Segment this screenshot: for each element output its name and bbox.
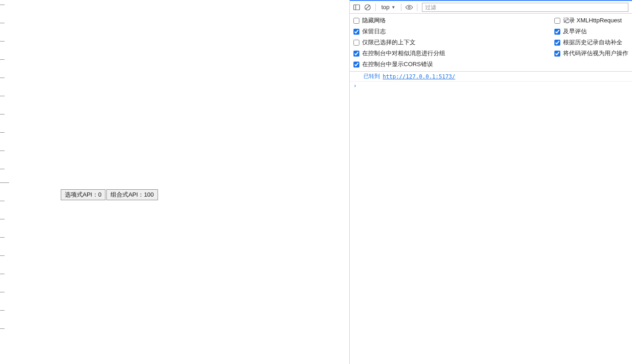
ruler-tick — [0, 114, 5, 114]
setting-selected-context[interactable]: 仅限已选择的上下文 — [353, 38, 554, 47]
checkbox-hide-network[interactable] — [353, 18, 359, 24]
svg-rect-0 — [354, 5, 360, 10]
setting-log-xhr[interactable]: 记录 XMLHttpRequest — [554, 16, 628, 25]
checkbox-preserve-log[interactable] — [353, 29, 359, 35]
console-navigation-message: 已转到 http://127.0.0.1:5173/ — [350, 72, 632, 82]
console-prompt[interactable]: › — [350, 82, 632, 90]
ruler-tick — [0, 78, 5, 78]
setting-preserve-log[interactable]: 保留日志 — [353, 27, 554, 36]
clear-console-icon[interactable] — [363, 2, 373, 12]
ruler-tick — [0, 328, 5, 329]
setting-label: 仅限已选择的上下文 — [362, 38, 416, 47]
context-selector-label: top — [381, 4, 390, 10]
checkbox-eval-as-user-action[interactable] — [554, 51, 560, 57]
devtools-console-panel: top ▼ 隐藏网络 记录 XMLHttpRequest 保留日志 及早评估 — [350, 0, 632, 364]
checkbox-eager-eval[interactable] — [554, 29, 560, 35]
ruler-tick — [0, 292, 5, 292]
checkbox-autocomplete-history[interactable] — [554, 40, 560, 46]
setting-group-similar[interactable]: 在控制台中对相似消息进行分组 — [353, 49, 554, 57]
setting-eager-eval[interactable]: 及早评估 — [554, 27, 628, 36]
setting-label: 隐藏网络 — [362, 16, 386, 25]
setting-autocomplete-history[interactable]: 根据历史记录自动补全 — [554, 38, 628, 47]
navigated-url-link[interactable]: http://127.0.0.1:5173/ — [383, 73, 455, 80]
svg-line-3 — [366, 5, 369, 9]
toolbar-separator — [417, 4, 417, 11]
ruler-tick — [0, 59, 5, 60]
setting-eval-as-user-action[interactable]: 将代码评估视为用户操作 — [554, 49, 628, 57]
options-api-button[interactable]: 选项式API：0 — [61, 189, 105, 200]
navigated-label: 已转到 — [363, 73, 380, 80]
ruler-tick — [0, 96, 5, 96]
ruler-tick — [0, 201, 5, 201]
setting-hide-network[interactable]: 隐藏网络 — [353, 16, 554, 25]
filter-input[interactable] — [422, 3, 628, 12]
checkbox-show-cors[interactable] — [353, 62, 359, 68]
prompt-arrow-icon: › — [353, 83, 357, 89]
live-expression-icon[interactable] — [404, 2, 414, 12]
ruler-tick — [0, 23, 5, 23]
setting-label: 在控制台中显示CORS错误 — [362, 60, 433, 68]
composition-api-button[interactable]: 组合式API：100 — [106, 189, 158, 200]
ruler-tick — [0, 5, 5, 5]
toggle-sidebar-icon[interactable] — [352, 2, 362, 12]
setting-label: 及早评估 — [563, 27, 587, 36]
ruler-tick — [0, 41, 5, 42]
page-preview-pane: 选项式API：0 组合式API：100 — [0, 0, 350, 364]
setting-label: 根据历史记录自动补全 — [563, 38, 622, 47]
checkbox-log-xhr[interactable] — [554, 18, 560, 24]
setting-label: 将代码评估视为用户操作 — [563, 49, 628, 57]
checkbox-group-similar[interactable] — [353, 51, 359, 57]
ruler-tick — [0, 310, 5, 311]
chevron-down-icon: ▼ — [391, 5, 395, 10]
page-button-row: 选项式API：0 组合式API：100 — [61, 189, 158, 200]
svg-point-4 — [408, 6, 410, 8]
setting-label: 记录 XMLHttpRequest — [563, 16, 622, 25]
ruler-tick — [0, 182, 9, 183]
setting-label: 保留日志 — [362, 27, 386, 36]
ruler-tick — [0, 151, 5, 151]
checkbox-selected-context[interactable] — [353, 40, 359, 46]
ruler-tick — [0, 219, 5, 219]
setting-show-cors[interactable]: 在控制台中显示CORS错误 — [353, 60, 628, 68]
toolbar-separator — [375, 4, 376, 11]
console-log-area[interactable]: 已转到 http://127.0.0.1:5173/ › — [350, 72, 632, 364]
toolbar-separator — [401, 4, 401, 11]
ruler-tick — [0, 274, 5, 274]
console-settings: 隐藏网络 记录 XMLHttpRequest 保留日志 及早评估 仅限已选择的上… — [350, 14, 632, 72]
ruler-tick — [0, 132, 5, 133]
context-selector[interactable]: top ▼ — [379, 2, 398, 12]
ruler-tick — [0, 169, 5, 169]
setting-label: 在控制台中对相似消息进行分组 — [362, 49, 445, 57]
console-toolbar: top ▼ — [350, 1, 632, 14]
ruler-tick — [0, 237, 5, 238]
ruler-tick — [0, 255, 5, 256]
